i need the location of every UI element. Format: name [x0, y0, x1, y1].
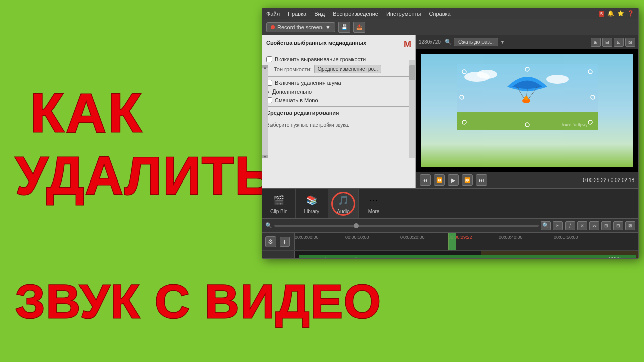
tab-more-label: More	[368, 209, 380, 214]
menu-edit[interactable]: Правка	[288, 11, 306, 17]
right-panel: 644x362 🔍 Сжать до раз... ▼ ⊞ ⊟ ⊡ ⊠	[416, 35, 638, 188]
more-icon: ⋯	[367, 193, 381, 207]
squeeze-arrow: ▼	[500, 40, 505, 45]
squeeze-button[interactable]: Сжать до раз...	[454, 38, 498, 46]
record-arrow-icon: ▼	[325, 24, 331, 30]
record-button[interactable]: Record the screen ▼	[266, 22, 335, 32]
tab-clip-bin[interactable]: 🎬 Clip Bin	[262, 189, 296, 218]
timeline-area: 🔍 🔍 ✂ ⧸ ✕ ⋈ ⊞ ⊟ ⊠ ⚙ + 00:00:00;00	[262, 218, 638, 259]
app-window: Файл Правка Вид Воспроизведение Инструме…	[262, 8, 639, 259]
notification-count: 5	[599, 11, 604, 17]
text-kak: КАК	[30, 80, 144, 144]
expand-row[interactable]: ▶ Дополнительно	[266, 88, 411, 95]
cut-icon[interactable]: ✂	[553, 221, 563, 230]
audio-icon: 🎵	[336, 193, 350, 207]
track-clip[interactable]: 100 % киев авиа фестиваль.mp4	[299, 255, 636, 259]
view-btn-1[interactable]: ⊞	[591, 38, 601, 47]
tab-clip-bin-label: Clip Bin	[270, 209, 287, 214]
library-icon: 📚	[305, 193, 319, 207]
checkbox-mono-row: Смешать в Mono	[266, 97, 411, 103]
time-display: 0:00:29:22 / 0:02:02:18	[583, 177, 634, 183]
track-content: 100 % киев авиа фестиваль.mp4	[295, 251, 638, 259]
view-btn-2[interactable]: ⊟	[602, 38, 612, 47]
svg-point-3	[477, 70, 497, 79]
time-marker-5: 00:00:50;00	[554, 235, 578, 240]
export-icon[interactable]: 📤	[353, 22, 365, 33]
paste-icon[interactable]: ⊟	[613, 221, 623, 230]
more-tools-icon[interactable]: ⊠	[625, 221, 635, 230]
menu-playback[interactable]: Воспроизведение	[333, 11, 378, 17]
zoom-icon: 🔍	[445, 39, 452, 45]
split-icon[interactable]: ⧸	[565, 221, 575, 230]
tab-library[interactable]: 📚 Library	[296, 189, 328, 218]
tabs-area: 🎬 Clip Bin 📚 Library 🎵 Audio ⋯ More	[262, 188, 638, 218]
preview-area: travel-family.org	[416, 49, 638, 172]
main-content: Свойства выбранных медиаданных M Включит…	[262, 35, 638, 188]
record-label: Record the screen	[277, 24, 323, 30]
timeline-toolbar: 🔍 🔍 ✂ ⧸ ✕ ⋈ ⊞ ⊟ ⊠	[262, 219, 638, 233]
airplane-illustration: travel-family.org	[457, 64, 598, 130]
time-marker-1: 00:00:10;00	[345, 235, 369, 240]
text-udalit: УДАЛИТЬ	[15, 146, 274, 206]
panel-divider-3	[266, 106, 411, 107]
menu-view[interactable]: Вид	[314, 11, 325, 17]
copy-icon[interactable]: ⊞	[601, 221, 611, 230]
tone-dropdown[interactable]: Среднее изменение гро...	[314, 65, 382, 73]
menu-help[interactable]: Справка	[429, 11, 451, 17]
total-time: 0:02:02:18	[611, 177, 634, 183]
delete-icon[interactable]: ✕	[577, 221, 587, 230]
time-marker-0: 00:00:00;00	[295, 235, 319, 240]
skip-end-button[interactable]: ⏭	[476, 174, 487, 186]
resolution-label: 644x362	[419, 39, 441, 45]
left-panel-scrollbar[interactable]	[409, 60, 415, 158]
add-track-button[interactable]: +	[280, 237, 290, 247]
timeline-settings-button[interactable]: ⚙	[265, 236, 276, 247]
hint-text: Выберите нужные настройки звука.	[266, 122, 411, 128]
menu-file[interactable]: Файл	[266, 11, 280, 17]
panel-divider-2	[266, 76, 411, 77]
panel-title: Свойства выбранных медиаданных	[266, 40, 366, 46]
star-icon: ⭐	[617, 10, 624, 17]
tone-label: Тон громкости:	[274, 66, 312, 72]
timeline-scrubber[interactable]: ⚙ + 00:00:00;00 00:00:10;00 00:00:20;00 …	[262, 233, 638, 251]
track-row: Дорожка 1 100 % киев авиа фестиваль.mp4	[262, 251, 638, 259]
svg-text:travel-family.org: travel-family.org	[562, 123, 587, 127]
save-icon[interactable]: 💾	[338, 22, 350, 33]
tab-library-label: Library	[304, 209, 319, 214]
tab-more[interactable]: ⋯ More	[359, 189, 389, 218]
skip-start-button[interactable]: ⏮	[420, 174, 431, 186]
panel-divider-1	[266, 53, 411, 53]
checkbox-mono-label: Смешать в Mono	[275, 97, 318, 103]
play-pause-button[interactable]: ▶	[448, 174, 459, 186]
clip-percentage: 100 %	[608, 256, 621, 259]
time-marker-4: 00:00:40;00	[499, 235, 523, 240]
ripple-icon[interactable]: ⋈	[589, 221, 599, 230]
checkbox-noise-label: Включить удаления шума	[275, 80, 341, 86]
text-zvuk-s-video: ЗВУК С ВИДЕО	[15, 274, 382, 329]
help-icon: ❓	[627, 10, 634, 17]
checkbox-noise-row: Включить удаления шума	[266, 80, 411, 86]
time-marker-2: 00:00:20;00	[400, 235, 425, 240]
view-btn-3[interactable]: ⊡	[614, 38, 624, 47]
checkbox-normalize-label: Включить выравнивание громкости	[275, 56, 366, 62]
svg-point-9	[524, 96, 528, 100]
panel-divider-4	[266, 119, 411, 119]
toolbar: Record the screen ▼ 💾 📤	[262, 19, 638, 35]
left-panel: Свойства выбранных медиаданных M Включит…	[262, 35, 416, 188]
menu-bar: Файл Правка Вид Воспроизведение Инструме…	[262, 8, 638, 19]
menu-tools[interactable]: Инструменты	[386, 11, 421, 17]
record-dot-icon	[271, 25, 275, 29]
checkbox-normalize-row: Включить выравнивание громкости	[266, 56, 411, 62]
checkbox-normalize[interactable]	[266, 56, 272, 62]
view-btn-4[interactable]: ⊠	[625, 38, 635, 47]
track-label: Дорожка 1	[262, 251, 295, 259]
expand-label: Дополнительно	[272, 88, 312, 95]
clip-name: киев авиа фестиваль.mp4	[302, 256, 357, 259]
search-timeline-icon: 🔍	[265, 222, 272, 229]
fast-forward-button[interactable]: ⏩	[462, 174, 473, 186]
rewind-button[interactable]: ⏪	[434, 174, 445, 186]
tab-audio[interactable]: 🎵 Audio	[328, 189, 359, 218]
playback-controls: ⏮ ⏪ ▶ ⏩ ⏭ 0:00:29:22 / 0:02:02:18	[416, 172, 638, 188]
bell-icon: 🔔	[607, 10, 614, 17]
zoom-in-icon[interactable]: 🔍	[541, 221, 551, 230]
